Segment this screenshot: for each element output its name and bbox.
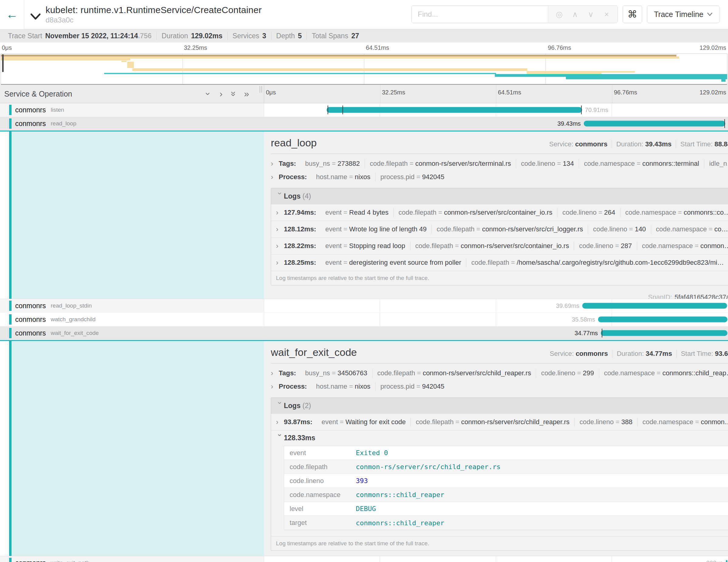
detail-divider [271, 363, 728, 363]
chevron-right-icon: › [276, 418, 284, 426]
ruler-tick-label: 0μs [266, 89, 276, 96]
logs-header[interactable]: ›Logs (4) [271, 188, 728, 204]
clear-search-icon[interactable]: × [599, 6, 614, 23]
equals-sign: = [338, 418, 345, 426]
span-row-wait_for_exit_code[interactable]: conmonrswait_for_exit_code34.77ms [0, 326, 728, 340]
span-timeline-cell[interactable]: 35.58ms [264, 313, 728, 326]
process-row[interactable]: ›Process:host.name=nixosprocess.pid=9420… [271, 170, 728, 184]
detail-meta-label: Start Time: [681, 350, 713, 357]
chevron-down-icon: › [276, 192, 284, 200]
next-match-icon[interactable]: ∨ [583, 6, 599, 23]
minimap-span-bar [104, 73, 496, 74]
minimap-span-bar [132, 68, 527, 71]
chevron-right-icon: › [271, 369, 279, 377]
log-entry-row[interactable]: ›127.94ms:event=Read 4 bytescode.filepat… [271, 204, 728, 221]
minimap-canvas[interactable] [1, 53, 727, 85]
service-color-accent [9, 118, 12, 129]
span-row-listen[interactable]: conmonrslisten70.91ms [0, 103, 728, 117]
minimap-viewport-handle[interactable] [2, 54, 4, 72]
log-entry-row[interactable]: ›128.22ms:event=Stopping read loopcode.f… [271, 237, 728, 254]
log-timestamp: 93.87ms: [284, 418, 312, 426]
log-field-value: conmonrs::child_reaper [354, 517, 446, 529]
summary-value: 27 [351, 32, 359, 40]
tags-row[interactable]: ›Tags:busy_ns=34506763code.filepath=conm… [271, 366, 728, 380]
span-name-cell[interactable]: conmonrswatch_grandchild [0, 313, 264, 326]
trace-header-collapse-toggle[interactable] [30, 13, 41, 21]
log-entry-row[interactable]: ›93.87ms:event=Waiting for exit codecode… [271, 414, 728, 430]
collapse-all-icon[interactable]: » [229, 89, 239, 99]
span-timeline-cell[interactable]: 303μs [264, 556, 728, 562]
equals-sign: = [509, 259, 517, 266]
tag-key: event [325, 225, 342, 233]
span-timeline-cell[interactable]: 34.77ms [264, 326, 728, 340]
span-name-cell[interactable]: conmonrsread_loop_stdin [0, 299, 264, 312]
equals-sign: = [342, 225, 349, 233]
span-duration-bar[interactable] [726, 560, 727, 562]
span-row-read_loop_stdin[interactable]: conmonrsread_loop_stdin39.69ms [0, 299, 728, 313]
service-name: conmonrs [15, 329, 46, 337]
log-fields: event=Wrote log line of length 49code.fi… [320, 225, 728, 234]
locate-match-icon[interactable]: ◎ [551, 6, 567, 23]
span-detail-panel: wait_for_exit_codeService:conmonrsDurati… [0, 340, 728, 556]
log-entry-row[interactable]: ›128.25ms:event=deregistering event sour… [271, 254, 728, 271]
column-resizer-handle[interactable] [260, 86, 262, 93]
span-name-cell[interactable]: conmonrswait_for_exit_code [0, 326, 264, 340]
tag-value: conmonrs::co… [684, 209, 728, 216]
span-id-row: SpanID:5faf48165428c37a [271, 288, 728, 299]
span-duration-bar[interactable] [582, 303, 727, 309]
log-field-key: code.lineno [284, 475, 354, 487]
collapse-one-icon[interactable]: › [203, 89, 213, 99]
span-row-watch_grandchild[interactable]: conmonrswatch_grandchild35.58ms [0, 313, 728, 326]
tag-key: host.name [316, 383, 347, 390]
tag-value: conmon-rs/server/src/child_reaper.rs [461, 418, 570, 426]
process-row[interactable]: ›Process:host.name=nixosprocess.pid=9420… [271, 380, 728, 393]
back-arrow-icon: ← [6, 8, 18, 21]
span-row-write_exit_path[interactable]: conmonrswrite_exit_path303μs [0, 556, 728, 562]
detail-meta-item: Service:conmonrs [545, 140, 612, 148]
summary-label: Depth [276, 32, 295, 40]
logs-header[interactable]: ›Logs (2) [271, 398, 728, 414]
tag-item: code.lineno=287 [574, 241, 637, 250]
span-duration-bar[interactable] [598, 317, 727, 322]
log-field-key: event [284, 447, 354, 459]
span-id-value: 5faf48165428c37a [675, 293, 728, 299]
log-entry-header[interactable]: ›128.33ms [276, 434, 728, 442]
span-timeline-cell[interactable]: 39.43ms [264, 117, 728, 130]
tag-value: conmon… [701, 418, 728, 426]
tag-value: conmon-rs/server/src/cri_logger.rs [482, 225, 583, 233]
span-row-read_loop[interactable]: conmonrsread_loop39.43ms [0, 117, 728, 131]
log-entry-row[interactable]: ›128.12ms:event=Wrote log line of length… [271, 221, 728, 237]
span-duration-bar[interactable] [584, 121, 725, 127]
detail-meta-label: Start Time: [680, 140, 713, 148]
minimap-span-bar [601, 71, 635, 73]
service-color-accent [9, 314, 12, 325]
log-field-value: 393 [354, 475, 370, 487]
keyboard-shortcuts-button[interactable]: ⌘ [623, 5, 642, 23]
span-duration-bar[interactable] [601, 330, 727, 336]
previous-match-icon[interactable]: ∧ [567, 6, 583, 23]
tag-key: idle_n… [709, 160, 728, 167]
log-marker-tick [342, 106, 343, 114]
summary-item-services: Services3 [228, 32, 271, 40]
span-duration-label: 39.43ms [557, 120, 581, 127]
span-duration-bar[interactable] [327, 107, 582, 113]
expand-all-icon[interactable]: » [241, 89, 252, 99]
span-name-cell[interactable]: conmonrsread_loop [0, 117, 264, 130]
span-timeline-cell[interactable]: 39.69ms [264, 299, 728, 312]
tag-key: code.lineno [580, 418, 614, 426]
detail-title-row: wait_for_exit_codeService:conmonrsDurati… [271, 346, 728, 358]
ruler-tick-label: 64.51ms [498, 89, 521, 96]
tag-key: event [321, 418, 338, 426]
back-button[interactable]: ← [0, 0, 24, 29]
span-name-cell[interactable]: conmonrswrite_exit_path [0, 556, 264, 562]
find-input[interactable] [412, 6, 548, 23]
detail-meta-item: Start Time:93.63ms [677, 350, 728, 358]
summary-item-duration: Duration129.02ms [157, 32, 228, 40]
span-timeline-cell[interactable]: 70.91ms [264, 103, 728, 117]
tags-row[interactable]: ›Tags:busy_ns=273882code.filepath=conmon… [271, 157, 728, 170]
expand-one-icon[interactable]: › [216, 89, 226, 99]
span-name-cell[interactable]: conmonrslisten [0, 103, 264, 117]
view-selector-dropdown[interactable]: Trace Timeline [647, 5, 719, 23]
span-duration-label: 70.91ms [585, 107, 608, 114]
chevron-right-icon: › [271, 159, 279, 168]
